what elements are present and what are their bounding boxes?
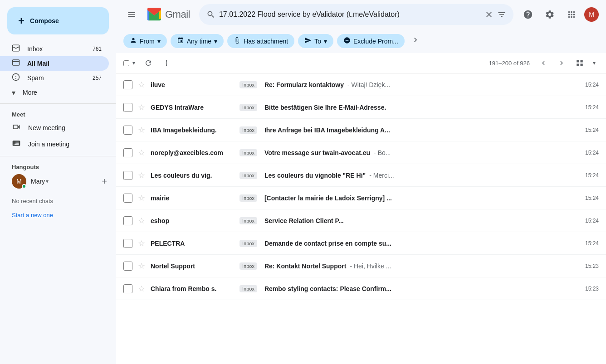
email-row[interactable]: ☆ IBA Imagebekleidung. Inbox Ihre Anfrag… bbox=[116, 119, 606, 141]
svg-rect-1 bbox=[13, 60, 20, 65]
refresh-button[interactable] bbox=[140, 55, 156, 71]
sidebar: + Compose Inbox 761 All Mail Spam 257 ▾ bbox=[0, 0, 116, 364]
content-area: From ▾ Any time ▾ Has attachment bbox=[116, 29, 606, 364]
select-all-checkbox[interactable] bbox=[123, 60, 129, 66]
more-filters-button[interactable] bbox=[408, 33, 423, 49]
inbox-badge-0: Inbox bbox=[239, 81, 257, 88]
search-filter-icon[interactable] bbox=[497, 10, 506, 19]
email-checkbox-0[interactable] bbox=[123, 80, 132, 89]
nav-spam[interactable]: Spam 257 bbox=[0, 71, 109, 85]
view-dropdown-button[interactable]: ▾ bbox=[590, 55, 599, 71]
help-button[interactable] bbox=[519, 5, 537, 24]
compose-button[interactable]: + Compose bbox=[7, 7, 109, 34]
email-time-4: 15:24 bbox=[585, 172, 599, 179]
toolbar-right: 191–200 of 926 ▾ bbox=[485, 55, 599, 71]
star-button-1[interactable]: ☆ bbox=[136, 101, 147, 114]
to-filter-chip[interactable]: To ▾ bbox=[298, 34, 333, 48]
email-sender-9: Chiara from Rembo s. bbox=[151, 285, 232, 292]
email-checkbox-3[interactable] bbox=[123, 148, 132, 157]
star-button-9[interactable]: ☆ bbox=[136, 282, 147, 296]
email-sender-0: iluve bbox=[151, 81, 232, 88]
email-row[interactable]: ☆ Les couleurs du vig. Inbox Les couleur… bbox=[116, 164, 606, 187]
apps-button[interactable] bbox=[562, 5, 581, 24]
settings-button[interactable] bbox=[541, 5, 559, 24]
more-toolbar-button[interactable] bbox=[158, 55, 175, 71]
next-page-button[interactable] bbox=[553, 55, 570, 71]
email-time-2: 15:24 bbox=[585, 127, 599, 133]
email-checkbox-5[interactable] bbox=[123, 194, 132, 203]
view-options-button[interactable] bbox=[572, 55, 588, 71]
more-button[interactable]: ▾ More bbox=[0, 85, 116, 100]
star-button-6[interactable]: ☆ bbox=[136, 214, 147, 228]
from-filter-chip[interactable]: From ▾ bbox=[123, 34, 167, 48]
nav-all-mail[interactable]: All Mail bbox=[0, 56, 109, 71]
anytime-chevron-icon: ▾ bbox=[214, 38, 217, 45]
meet-section-label: Meet bbox=[0, 107, 116, 120]
search-input[interactable]: 17.01.2022 Flood service by eValidator (… bbox=[219, 10, 481, 19]
nav-inbox[interactable]: Inbox 761 bbox=[0, 42, 109, 56]
new-meeting-label: New meeting bbox=[28, 124, 65, 131]
anytime-filter-chip[interactable]: Any time ▾ bbox=[171, 34, 224, 48]
hangout-user-name: Mary bbox=[31, 178, 45, 185]
email-toolbar: ▾ 191–200 of 926 bbox=[116, 53, 606, 73]
calendar-icon bbox=[177, 37, 184, 45]
anytime-filter-label: Any time bbox=[187, 38, 211, 45]
star-button-8[interactable]: ☆ bbox=[136, 259, 147, 273]
star-button-4[interactable]: ☆ bbox=[136, 169, 147, 182]
new-meeting-button[interactable]: New meeting bbox=[0, 120, 109, 136]
email-row[interactable]: ☆ PELECTRA Inbox Demande de contact pris… bbox=[116, 232, 606, 255]
clear-search-icon[interactable] bbox=[484, 10, 494, 19]
attachment-filter-chip[interactable]: Has attachment bbox=[227, 34, 294, 48]
email-time-8: 15:23 bbox=[585, 263, 599, 269]
hamburger-menu-button[interactable] bbox=[123, 6, 140, 23]
email-snippet-4: - Merci... bbox=[369, 172, 394, 179]
email-row[interactable]: ☆ Nortel Support Inbox Re: Kontakt Norte… bbox=[116, 255, 606, 277]
select-dropdown-button[interactable]: ▾ bbox=[129, 55, 138, 71]
inbox-badge-2: Inbox bbox=[239, 126, 257, 134]
inbox-badge-6: Inbox bbox=[239, 217, 257, 224]
exclude-filter-label: Exclude Prom... bbox=[353, 38, 398, 45]
email-sender-3: noreply@axecibles.com bbox=[151, 149, 232, 156]
email-subject-4: Les couleurs du vignoble "RE Hi" bbox=[264, 172, 366, 179]
email-checkbox-1[interactable] bbox=[123, 103, 132, 112]
star-button-7[interactable]: ☆ bbox=[136, 237, 147, 250]
email-checkbox-7[interactable] bbox=[123, 239, 132, 248]
hangout-user-row[interactable]: M Mary ▾ + bbox=[12, 174, 109, 189]
main-area: Gmail 17.01.2022 Flood service by eValid… bbox=[116, 0, 606, 364]
email-checkbox-9[interactable] bbox=[123, 284, 132, 293]
user-avatar[interactable]: M bbox=[584, 7, 599, 22]
email-checkbox-6[interactable] bbox=[123, 216, 132, 225]
select-all-group: ▾ bbox=[123, 55, 138, 71]
inbox-icon bbox=[12, 44, 20, 54]
star-button-3[interactable]: ☆ bbox=[136, 146, 147, 160]
email-row[interactable]: ☆ GEDYS IntraWare Inbox Bitte bestätigen… bbox=[116, 96, 606, 119]
email-row[interactable]: ☆ eshop Inbox Service Relation Client P.… bbox=[116, 209, 606, 232]
email-checkbox-8[interactable] bbox=[123, 262, 132, 271]
email-subject-9: Rembo styling contacts: Please Confirm..… bbox=[264, 285, 391, 292]
email-row[interactable]: ☆ mairie Inbox [Contacter la mairie de L… bbox=[116, 187, 606, 209]
star-button-2[interactable]: ☆ bbox=[136, 123, 147, 137]
prev-page-button[interactable] bbox=[535, 55, 552, 71]
add-hangout-button[interactable]: + bbox=[100, 175, 109, 189]
email-sender-8: Nortel Support bbox=[151, 262, 232, 270]
to-filter-label: To bbox=[314, 38, 321, 45]
sidebar-divider bbox=[0, 103, 116, 104]
hangouts-section: Hangouts M Mary ▾ + bbox=[0, 160, 116, 190]
email-checkbox-4[interactable] bbox=[123, 171, 132, 180]
join-meeting-button[interactable]: Join a meeting bbox=[0, 136, 109, 152]
exclude-filter-chip[interactable]: Exclude Prom... bbox=[337, 34, 405, 48]
start-new-chat-link[interactable]: Start a new one bbox=[0, 212, 116, 218]
star-button-0[interactable]: ☆ bbox=[136, 78, 147, 92]
email-row[interactable]: ☆ Chiara from Rembo s. Inbox Rembo styli… bbox=[116, 277, 606, 300]
email-row[interactable]: ☆ iluve Inbox Re: Formularz kontaktowy -… bbox=[116, 73, 606, 96]
email-row[interactable]: ☆ noreply@axecibles.com Inbox Votre mess… bbox=[116, 141, 606, 164]
compose-plus-icon: + bbox=[18, 15, 24, 27]
email-checkbox-2[interactable] bbox=[123, 126, 132, 135]
email-time-1: 15:24 bbox=[585, 104, 599, 111]
search-icon[interactable] bbox=[206, 10, 215, 19]
from-filter-label: From bbox=[140, 38, 155, 45]
more-label: More bbox=[23, 89, 37, 96]
star-button-5[interactable]: ☆ bbox=[136, 191, 147, 205]
email-sender-4: Les couleurs du vig. bbox=[151, 172, 232, 179]
email-snippet-0: - Witaj! Dzięk... bbox=[347, 81, 390, 88]
